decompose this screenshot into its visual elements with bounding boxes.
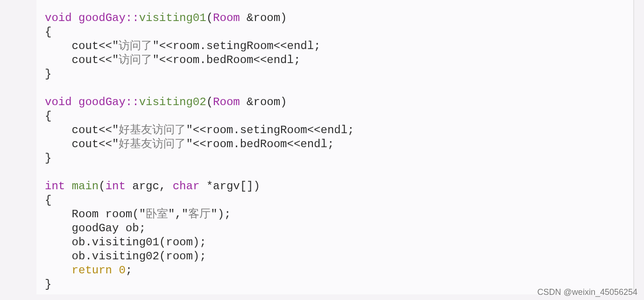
fn-name: visiting01 [139,12,206,24]
kw-void: void [45,96,72,108]
code-text: ob.visiting02(room); [72,250,206,263]
indent [45,124,72,136]
brace-open: { [45,26,51,38]
param-amp: & [240,12,254,24]
string-literal: 好基友访问了 [119,138,186,150]
class-qual: goodGay:: [78,96,139,108]
kw-char: char [173,180,200,193]
code-text: "<<room.bedRoom<<endl; [152,54,300,66]
paren-close: ) [254,180,260,193]
string-literal: 卧室 [146,208,168,221]
paren-open: ( [99,180,105,193]
brace-close: } [45,68,51,80]
code-block: void goodGay::visiting01(Room &room) { c… [36,0,633,300]
kw-int: int [106,180,126,193]
indent [45,264,72,277]
string-literal: 访问了 [119,40,152,52]
code-text: "," [168,208,188,221]
code-text: cout<<" [72,124,119,136]
class-qual: goodGay:: [78,12,139,24]
code-text: cout<<" [72,40,119,52]
code-text: "); [211,208,231,221]
paren-open: ( [206,96,213,108]
brace-open: { [45,194,51,207]
indent [45,222,72,235]
star: * [199,180,213,193]
code-editor-panel: void goodGay::visiting01(Room &room) { c… [36,0,634,294]
param-name: argv[] [213,180,253,193]
indent [45,250,72,263]
fn-name: main [72,180,99,193]
string-literal: 客厅 [188,208,211,221]
kw-return: return [72,264,119,277]
paren-close: ) [280,96,287,108]
param-name: room [254,96,281,108]
paren-close: ) [280,12,287,24]
code-text: Room room(" [72,208,146,221]
code-text: goodGay ob; [72,222,146,235]
literal-zero: 0 [119,264,125,277]
code-text: cout<<" [72,54,119,66]
indent [45,138,72,150]
indent [45,236,72,249]
code-text: ob.visiting01(room); [72,236,206,249]
paren-open: ( [206,12,213,24]
indent [45,54,72,66]
param-amp: & [240,96,254,108]
brace-close: } [45,152,51,164]
brace-open: { [45,110,51,122]
semi: ; [126,264,132,277]
code-text: "<<room.setingRoom<<endl; [186,124,354,136]
string-literal: 访问了 [119,54,152,66]
param-name: room [254,12,281,24]
code-text: "<<room.bedRoom<<endl; [186,138,334,150]
indent [45,208,72,221]
param-type: Room [213,96,240,108]
param-type: Room [213,12,240,24]
watermark-text: CSDN @weixin_45056254 [538,287,637,297]
brace-close: } [45,278,51,291]
code-text: cout<<" [72,138,119,150]
kw-int: int [45,180,65,193]
string-literal: 好基友访问了 [119,124,186,136]
kw-void: void [45,12,72,24]
code-text: "<<room.setingRoom<<endl; [152,40,320,52]
indent [45,40,72,52]
param-name: argc, [126,180,173,193]
fn-name: visiting02 [139,96,206,108]
